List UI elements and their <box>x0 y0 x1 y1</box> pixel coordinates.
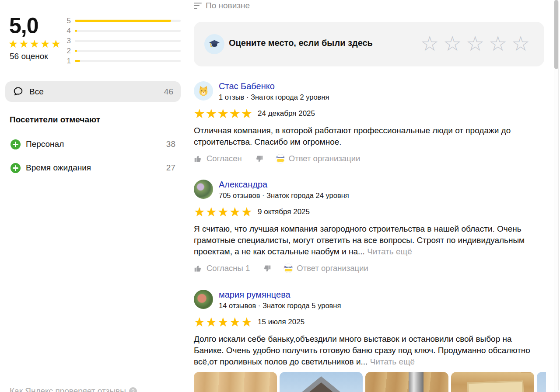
rate-star-2[interactable]: ☆ <box>441 29 464 58</box>
histogram-track <box>75 20 181 22</box>
plus-circle-icon <box>10 139 21 149</box>
ratings-count: 56 оценок <box>10 52 48 61</box>
review-rating-row: ★★★★★ 24 декабря 2025 <box>194 108 544 120</box>
read-more-link[interactable]: Читать ещё <box>370 357 415 366</box>
aspect-label: Персонал <box>26 139 64 149</box>
review-author-block: мария румянцева 14 отзывов · Знаток горо… <box>219 290 341 310</box>
cat-emoji-avatar <box>197 84 210 97</box>
histogram-fill <box>75 30 77 32</box>
scrollbar-thumb[interactable] <box>554 0 558 69</box>
review-text: Отличная компания, в которой работают пр… <box>194 125 544 148</box>
review-text-body: Я считаю, что лучшая компания загородног… <box>194 224 525 256</box>
reviews-feed: По новизне Оцените место, если были здес… <box>194 0 546 392</box>
review-photo-thumbnail[interactable] <box>451 372 534 392</box>
review-text: Долго искали себе баньку,объездили много… <box>194 333 544 368</box>
sort-dropdown[interactable]: По новизне <box>194 1 250 10</box>
avatar[interactable] <box>194 290 213 309</box>
review-actions: Согласны 1 БаникА Ответ организации <box>194 264 544 273</box>
review-photo-strip <box>194 372 544 392</box>
histogram-label: 4 <box>65 27 71 35</box>
thumb-down-icon <box>254 154 263 163</box>
review-author-block: Александра 705 отзывов · Знаток города 2… <box>219 180 349 200</box>
review-date: 15 июля 2025 <box>258 318 304 326</box>
review-photo-thumbnail[interactable] <box>280 372 363 392</box>
chat-bubble-icon <box>13 86 24 97</box>
review-photo-thumbnail[interactable] <box>365 372 448 392</box>
aspect-filter-waiting-time[interactable]: Время ожидания 27 <box>5 161 181 175</box>
histogram-track <box>75 30 181 32</box>
review-header: Александра 705 отзывов · Знаток города 2… <box>194 180 544 200</box>
histogram-track <box>75 40 181 42</box>
filter-all-label: Все <box>29 87 44 97</box>
histogram-label: 3 <box>65 37 71 45</box>
histogram-row-3: 3 <box>65 36 181 46</box>
review-text: Я считаю, что лучшая компания загородног… <box>194 223 544 257</box>
read-more-link[interactable]: Читать ещё <box>367 247 412 256</box>
histogram-row-4: 4 <box>65 26 181 36</box>
review-header: Стас Бабенко 1 отзыв · Знаток города 2 у… <box>194 81 544 101</box>
histogram-label: 5 <box>65 17 71 25</box>
thumb-up-icon <box>194 154 203 163</box>
review-stars: ★★★★★ <box>194 206 253 218</box>
review-header: мария румянцева 14 отзывов · Знаток горо… <box>194 290 544 310</box>
histogram-label: 2 <box>65 47 71 56</box>
review-date: 24 декабря 2025 <box>258 109 315 118</box>
like-button[interactable]: Согласны 1 <box>194 264 250 273</box>
histogram-fill <box>75 20 171 22</box>
rate-star-picker: ☆ ☆ ☆ ☆ ☆ <box>418 29 532 58</box>
review-photo-thumbnail[interactable] <box>537 372 546 392</box>
like-button[interactable]: Согласен <box>194 154 242 163</box>
org-reply-toggle[interactable]: БаникА Ответ организации <box>284 264 368 273</box>
how-yandex-verifies-link[interactable]: Как Яндекс проверяет отзывы ? <box>10 386 137 392</box>
filter-all-reviews[interactable]: Все 46 <box>5 81 181 102</box>
organization-logo-icon: БаникА <box>284 264 293 273</box>
histogram-track <box>75 50 181 52</box>
org-reply-label: Ответ организации <box>289 154 360 163</box>
review-author-link[interactable]: мария румянцева <box>219 290 341 300</box>
chimney-pipe <box>409 372 424 392</box>
review-item: Александра 705 отзывов · Знаток города 2… <box>194 180 544 273</box>
aspect-filter-personal[interactable]: Персонал 38 <box>5 137 181 151</box>
rate-star-1[interactable]: ☆ <box>418 29 441 58</box>
avatar[interactable] <box>194 81 213 101</box>
dislike-button[interactable] <box>254 154 263 163</box>
sort-lines-icon <box>194 3 202 9</box>
avatar[interactable] <box>194 180 213 199</box>
rate-prompt-text: Оцените место, если были здесь <box>229 38 373 48</box>
aspect-label: Время ожидания <box>26 163 91 173</box>
rate-place-card: Оцените место, если были здесь ☆ ☆ ☆ ☆ ☆ <box>194 22 544 66</box>
histogram-fill <box>75 50 77 52</box>
review-item: Стас Бабенко 1 отзыв · Знаток города 2 у… <box>194 81 544 163</box>
review-photo-thumbnail[interactable] <box>194 372 277 392</box>
dislike-button[interactable] <box>262 264 271 273</box>
visitors-note-title: Посетители отмечают <box>10 115 100 125</box>
like-label: Согласен <box>206 154 242 163</box>
filter-all-count: 46 <box>164 87 173 97</box>
org-reply-label: Ответ организации <box>297 264 368 273</box>
like-label: Согласны 1 <box>206 264 250 273</box>
review-author-meta: 1 отзыв · Знаток города 2 уровня <box>219 93 329 101</box>
reviews-sidebar: 5,0 ★★★★★ 56 оценок 5 4 3 2 1 Все 46 По <box>0 0 188 392</box>
org-reply-toggle[interactable]: БаникА Ответ организации <box>276 154 360 163</box>
footer-link-label: Как Яндекс проверяет отзывы <box>10 386 126 392</box>
review-rating-row: ★★★★★ 15 июля 2025 <box>194 316 544 328</box>
review-author-link[interactable]: Александра <box>219 180 349 190</box>
graduation-cap-icon <box>204 34 224 54</box>
review-author-meta: 705 отзывов · Знаток города 24 уровня <box>219 191 349 200</box>
roof-gable-photo <box>280 372 363 392</box>
review-author-meta: 14 отзывов · Знаток города 5 уровня <box>219 302 341 310</box>
ceiling-panel <box>467 381 524 392</box>
rating-histogram: 5 4 3 2 1 <box>65 16 181 66</box>
plus-circle-icon <box>10 163 21 173</box>
histogram-row-1: 1 <box>65 56 181 66</box>
sort-label: По новизне <box>206 1 250 10</box>
histogram-label: 1 <box>65 57 71 66</box>
rate-star-4[interactable]: ☆ <box>486 29 509 58</box>
question-circle-icon: ? <box>129 387 137 392</box>
histogram-row-2: 2 <box>65 46 181 56</box>
rate-star-3[interactable]: ☆ <box>464 29 486 58</box>
rating-value: 5,0 <box>9 13 38 38</box>
review-author-link[interactable]: Стас Бабенко <box>219 81 329 91</box>
rate-star-5[interactable]: ☆ <box>509 29 532 58</box>
thumb-up-icon <box>194 264 203 273</box>
